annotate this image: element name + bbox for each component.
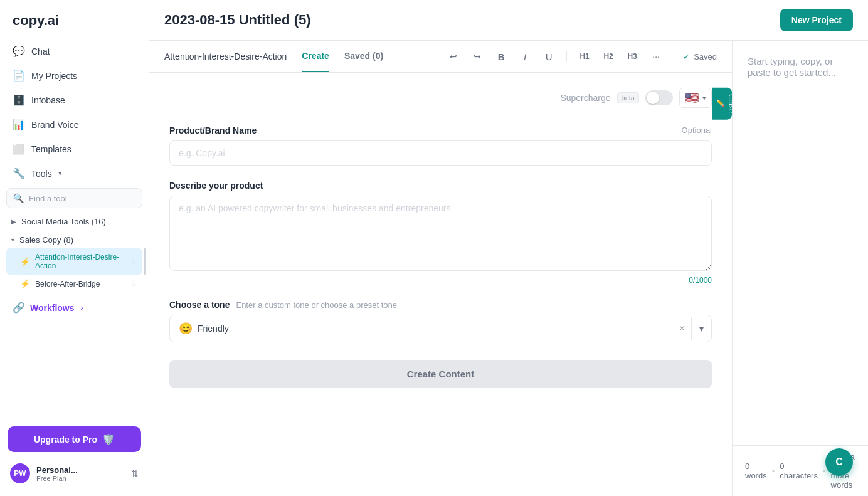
beta-badge: beta bbox=[617, 92, 639, 103]
tool-group-sales-copy: ▾ Sales Copy (8) ⚡ Attention-Interest-De… bbox=[6, 231, 142, 293]
tone-value: 😊 Friendly bbox=[170, 315, 673, 342]
redo-button[interactable]: ↪ bbox=[468, 48, 486, 65]
tone-label: Choose a tone bbox=[169, 300, 230, 310]
tool-sub-item-bab[interactable]: ⚡ Before-After-Bridge ☆ bbox=[6, 275, 142, 293]
italic-button[interactable]: I bbox=[516, 48, 534, 65]
underline-button[interactable]: U bbox=[540, 48, 558, 65]
more-options-button[interactable]: ··· bbox=[647, 48, 665, 65]
projects-icon: 📄 bbox=[13, 70, 25, 82]
user-info: Personal... Free Plan bbox=[36, 465, 125, 482]
editor-panel: Start typing, copy, or paste to get star… bbox=[733, 41, 868, 496]
saved-label: Saved bbox=[694, 52, 717, 61]
tab-saved[interactable]: Saved (0) bbox=[344, 41, 383, 72]
new-project-button[interactable]: New Project bbox=[780, 9, 853, 31]
h3-button[interactable]: H3 bbox=[623, 48, 641, 65]
tone-row: Choose a tone Enter a custom tone or cho… bbox=[169, 300, 712, 310]
social-media-label: Social Media Tools (16) bbox=[21, 217, 106, 226]
sidebar-item-tools[interactable]: 🔧 Tools ▾ bbox=[6, 161, 142, 186]
supercharge-toggle[interactable] bbox=[645, 90, 673, 105]
h1-button[interactable]: H1 bbox=[576, 48, 593, 65]
close-panel-inner: ✏️ Close bbox=[716, 94, 732, 113]
undo-button[interactable]: ↩ bbox=[445, 48, 462, 65]
scrollbar-track bbox=[144, 248, 146, 275]
sidebar-nav: 💬 Chat 📄 My Projects 🗄️ Infobase 📊 Brand… bbox=[0, 39, 149, 419]
saved-check-icon: ✓ bbox=[683, 52, 690, 61]
shield-icon: 🛡️ bbox=[102, 433, 115, 445]
search-input[interactable] bbox=[29, 194, 135, 203]
sidebar-item-infobase[interactable]: 🗄️ Infobase bbox=[6, 88, 142, 112]
workflows-label: Workflows bbox=[30, 303, 75, 313]
sidebar-item-label-projects: My Projects bbox=[31, 71, 77, 81]
word-count: 0 words bbox=[745, 462, 767, 480]
tool-tabs: Attention-Interest-Desire-Action Create … bbox=[149, 41, 732, 73]
sidebar-item-label-infobase: Infobase bbox=[31, 95, 65, 105]
content-area: Attention-Interest-Desire-Action Create … bbox=[149, 41, 868, 496]
tool-group-sales-copy-header[interactable]: ▾ Sales Copy (8) bbox=[6, 231, 142, 248]
aida-star-icon[interactable]: ☆ bbox=[130, 257, 137, 266]
char-count: 0/1000 bbox=[169, 276, 712, 285]
upgrade-label: Upgrade to Pro bbox=[34, 435, 97, 445]
bab-label: Before-After-Bridge bbox=[35, 280, 100, 288]
bold-button[interactable]: B bbox=[492, 48, 510, 65]
bab-bolt-icon: ⚡ bbox=[20, 279, 30, 288]
tone-chevron-icon[interactable]: ▾ bbox=[692, 317, 711, 340]
editor-content[interactable]: Start typing, copy, or paste to get star… bbox=[733, 41, 868, 445]
tab-create[interactable]: Create bbox=[302, 41, 329, 72]
project-title: 2023-08-15 Untitled (5) bbox=[164, 12, 311, 28]
language-chevron-icon: ▾ bbox=[702, 94, 706, 102]
user-name: Personal... bbox=[36, 465, 125, 475]
char-count-footer: 0 characters bbox=[780, 462, 818, 480]
tools-icon: 🔧 bbox=[13, 167, 25, 179]
tools-label: Tools bbox=[31, 169, 52, 179]
fab-label: C bbox=[835, 456, 843, 468]
tool-panel: Attention-Interest-Desire-Action Create … bbox=[149, 41, 733, 496]
tone-emoji-icon: 😊 bbox=[179, 322, 193, 335]
language-select[interactable]: 🇺🇸 ▾ bbox=[679, 88, 712, 108]
sidebar-item-workflows[interactable]: 🔗 Workflows › bbox=[6, 295, 142, 320]
sidebar-item-templates[interactable]: ⬜ Templates bbox=[6, 137, 142, 161]
user-profile-row[interactable]: PW Personal... Free Plan ⇅ bbox=[8, 458, 141, 488]
tools-chevron-icon: ▾ bbox=[58, 169, 62, 177]
tone-clear-button[interactable]: × bbox=[673, 317, 692, 340]
supercharge-label: Supercharge bbox=[560, 93, 610, 103]
footer-dot-1: • bbox=[772, 467, 775, 476]
search-tool-container: 🔍 bbox=[6, 188, 142, 208]
close-panel-button[interactable]: ✏️ Close bbox=[712, 88, 732, 120]
bab-star-icon[interactable]: ☆ bbox=[130, 279, 137, 288]
describe-product-label: Describe your product bbox=[169, 181, 712, 191]
social-media-chevron-icon: ▶ bbox=[11, 218, 16, 225]
h2-button[interactable]: H2 bbox=[600, 48, 617, 65]
aida-label: Attention-Interest-Desire-Action bbox=[35, 253, 125, 270]
sidebar-item-chat[interactable]: 💬 Chat bbox=[6, 39, 142, 63]
upgrade-to-pro-button[interactable]: Upgrade to Pro 🛡️ bbox=[8, 426, 141, 452]
infobase-icon: 🗄️ bbox=[13, 94, 25, 106]
sales-copy-chevron-icon: ▾ bbox=[11, 236, 14, 243]
close-icon: ✏️ bbox=[716, 100, 724, 108]
sidebar-item-brand-voice[interactable]: 📊 Brand Voice bbox=[6, 112, 142, 137]
create-content-button[interactable]: Create Content bbox=[169, 360, 712, 388]
user-plan: Free Plan bbox=[36, 475, 125, 482]
tool-sub-item-aida[interactable]: ⚡ Attention-Interest-Desire-Action ☆ bbox=[6, 248, 142, 275]
footer-dot-2: • bbox=[823, 467, 826, 476]
flag-icon: 🇺🇸 bbox=[685, 91, 699, 105]
saved-indicator: ✓ Saved bbox=[683, 52, 717, 61]
tone-select[interactable]: 😊 Friendly × ▾ bbox=[169, 315, 712, 342]
sidebar: copy.ai 💬 Chat 📄 My Projects 🗄️ Infobase… bbox=[0, 0, 149, 496]
tone-hint: Enter a custom tone or choose a preset t… bbox=[236, 300, 397, 310]
logo-text: copy.ai bbox=[13, 13, 59, 28]
chat-icon: 💬 bbox=[13, 45, 25, 57]
describe-product-textarea[interactable] bbox=[169, 196, 712, 271]
fab-button[interactable]: C bbox=[825, 448, 853, 476]
toolbar-separator bbox=[566, 51, 567, 62]
sidebar-item-my-projects[interactable]: 📄 My Projects bbox=[6, 63, 142, 88]
supercharge-bar: Supercharge beta 🇺🇸 ▾ bbox=[169, 88, 712, 108]
brand-voice-icon: 📊 bbox=[13, 119, 25, 130]
product-brand-name-label: Product/Brand Name Optional bbox=[169, 125, 712, 135]
user-chevron-icon: ⇅ bbox=[131, 468, 139, 478]
toggle-knob bbox=[647, 92, 659, 104]
product-brand-name-input[interactable] bbox=[169, 140, 712, 166]
tool-group-social-media-header[interactable]: ▶ Social Media Tools (16) bbox=[6, 213, 142, 230]
form-area: Supercharge beta 🇺🇸 ▾ ✏️ Close bbox=[149, 73, 732, 496]
toolbar-icons: ↩ ↪ B I U H1 H2 H3 ··· ✓ Saved bbox=[445, 48, 717, 65]
search-icon: 🔍 bbox=[13, 193, 24, 203]
